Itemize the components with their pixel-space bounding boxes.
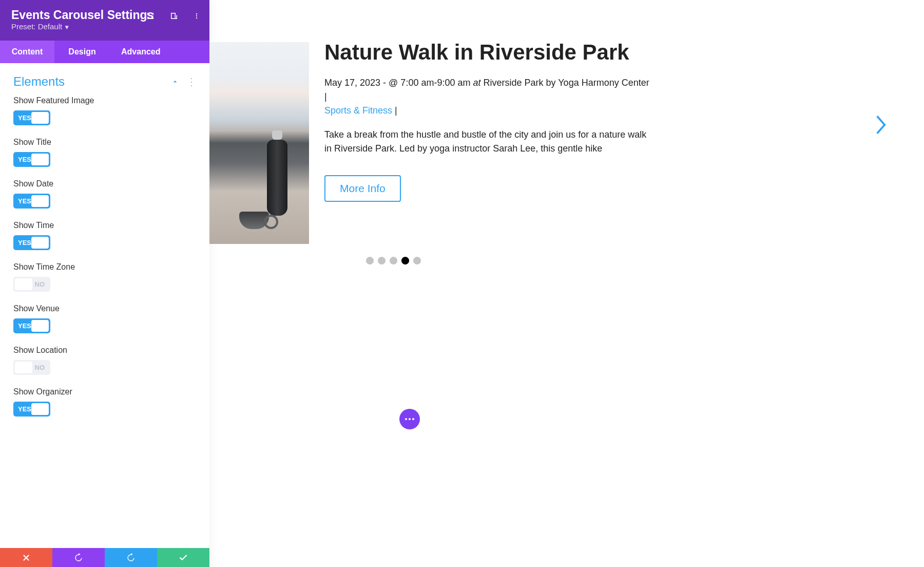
preset-label: Preset: Default <box>11 22 62 31</box>
setting-show-venue: Show Venue YES <box>0 304 209 346</box>
setting-show-date: Show Date YES <box>0 179 209 221</box>
tab-design[interactable]: Design <box>54 41 110 63</box>
cup-graphic <box>239 212 269 229</box>
event-category-link[interactable]: Sports & Fitness <box>324 105 392 116</box>
sidebar-footer <box>0 548 209 567</box>
setting-label: Show Location <box>13 346 196 355</box>
tab-content[interactable]: Content <box>0 41 54 63</box>
dots-icon <box>412 418 414 420</box>
save-button[interactable] <box>157 548 209 567</box>
meta-sep: | <box>324 91 327 102</box>
redo-icon <box>126 553 136 562</box>
toggle-text: NO <box>35 280 45 288</box>
carousel-dot-3[interactable] <box>401 257 409 264</box>
toggle-text: YES <box>18 322 31 330</box>
meta-sep: | <box>395 105 397 116</box>
carousel-next-button[interactable] <box>875 114 888 138</box>
dots-icon <box>405 418 407 420</box>
toggle-text: NO <box>35 364 45 371</box>
setting-show-featured-image: Show Featured Image YES <box>0 96 209 138</box>
carousel-dot-4[interactable] <box>413 257 421 264</box>
toggle-show-featured-image[interactable]: YES <box>13 110 50 125</box>
toggle-handle <box>31 195 49 207</box>
toggle-text: YES <box>18 239 31 247</box>
carousel-dot-0[interactable] <box>366 257 374 264</box>
chevron-up-icon[interactable] <box>171 78 179 86</box>
event-date: May 17, 2023 <box>324 78 380 88</box>
carousel-dot-2[interactable] <box>390 257 397 264</box>
expand-icon[interactable] <box>146 11 155 21</box>
toggle-show-date[interactable]: YES <box>13 194 50 209</box>
event-description: Take a break from the hustle and bustle … <box>324 128 653 156</box>
toggle-show-venue[interactable]: YES <box>13 318 50 333</box>
setting-show-time-zone: Show Time Zone NO <box>0 262 209 304</box>
toggle-show-organizer[interactable]: YES <box>13 402 50 417</box>
preset-dropdown[interactable]: Preset: Default▼ <box>11 22 198 31</box>
carousel-dot-1[interactable] <box>378 257 386 264</box>
toggle-handle <box>31 154 49 165</box>
event-time: @ 7:00 am-9:00 am <box>389 78 470 88</box>
redo-button[interactable] <box>105 548 157 567</box>
bottle-graphic <box>267 140 287 216</box>
cancel-button[interactable] <box>0 548 52 567</box>
more-info-button[interactable]: More Info <box>324 175 401 202</box>
toggle-show-time[interactable]: YES <box>13 235 50 250</box>
sidebar-header: Events Carousel Settings Preset: Default… <box>0 0 209 41</box>
caret-down-icon: ▼ <box>64 24 70 31</box>
meta-sep: - <box>383 78 389 88</box>
setting-show-location: Show Location NO <box>0 346 209 387</box>
toggle-handle <box>15 362 32 373</box>
event-venue: Riverside Park <box>484 78 544 88</box>
setting-label: Show Time <box>13 221 196 230</box>
tab-advanced[interactable]: Advanced <box>110 41 209 63</box>
undo-icon <box>74 553 83 562</box>
svg-point-0 <box>196 13 197 14</box>
close-icon <box>22 553 31 562</box>
carousel-dots <box>366 257 421 264</box>
kebab-icon[interactable] <box>193 11 200 21</box>
by-label: by <box>546 78 556 88</box>
setting-show-organizer: Show Organizer YES <box>0 387 209 429</box>
toggle-handle <box>31 237 49 249</box>
toggle-text: YES <box>18 197 31 205</box>
section-header-elements[interactable]: Elements ⋮ <box>0 63 209 96</box>
toggle-show-location[interactable]: NO <box>13 360 50 375</box>
event-content: Nature Walk in Riverside Park May 17, 20… <box>324 40 653 202</box>
settings-tabs: Content Design Advanced <box>0 41 209 63</box>
svg-point-1 <box>196 15 197 16</box>
responsive-icon[interactable] <box>169 11 179 21</box>
toggle-text: YES <box>18 405 31 413</box>
settings-sidebar: Events Carousel Settings Preset: Default… <box>0 0 209 567</box>
settings-body: Elements ⋮ Show Featured Image YES Show … <box>0 63 209 548</box>
setting-label: Show Title <box>13 138 196 147</box>
toggle-handle <box>31 112 49 124</box>
toggle-show-time-zone[interactable]: NO <box>13 277 50 292</box>
toggle-handle <box>31 403 49 415</box>
dots-icon <box>409 418 411 420</box>
check-icon <box>179 553 188 562</box>
setting-show-title: Show Title YES <box>0 138 209 179</box>
event-meta: May 17, 2023 - @ 7:00 am-9:00 am at Rive… <box>324 76 653 118</box>
toggle-handle <box>31 320 49 332</box>
toggle-handle <box>15 278 32 290</box>
preview-area: Nature Walk in Riverside Park May 17, 20… <box>209 0 924 567</box>
at-label: at <box>473 78 480 88</box>
section-title: Elements <box>13 74 65 89</box>
page-actions-button[interactable] <box>399 409 420 429</box>
toggle-show-title[interactable]: YES <box>13 152 50 167</box>
setting-label: Show Time Zone <box>13 262 196 272</box>
event-organizer: Yoga Harmony Center <box>558 78 649 88</box>
toggle-text: YES <box>18 156 31 163</box>
setting-show-time: Show Time YES <box>0 221 209 262</box>
chevron-right-icon <box>875 114 888 136</box>
toggle-text: YES <box>18 114 31 122</box>
event-featured-image[interactable] <box>209 42 309 244</box>
setting-label: Show Organizer <box>13 387 196 396</box>
undo-button[interactable] <box>52 548 105 567</box>
setting-label: Show Venue <box>13 304 196 313</box>
kebab-icon[interactable]: ⋮ <box>186 75 196 88</box>
setting-label: Show Date <box>13 179 196 188</box>
setting-label: Show Featured Image <box>13 96 196 105</box>
svg-point-2 <box>196 17 197 18</box>
event-title[interactable]: Nature Walk in Riverside Park <box>324 40 653 65</box>
